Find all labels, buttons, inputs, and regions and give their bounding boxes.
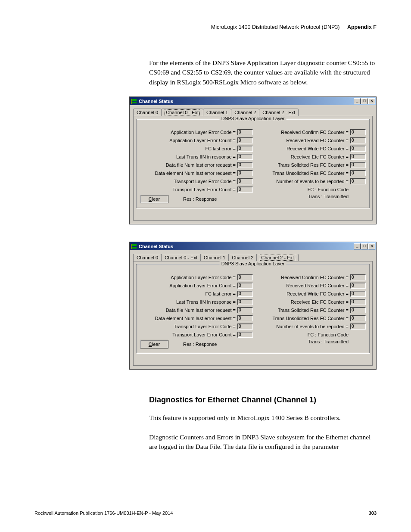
tab-channel-2-ext[interactable]: Channel 2 - Ext (256, 254, 299, 261)
field-label: Data file Num last error request = (166, 308, 236, 313)
field-value: 0 (237, 315, 253, 321)
legend-fc: FC : Function Code (308, 187, 349, 192)
field-value: 0 (350, 315, 366, 321)
svg-rect-5 (131, 244, 132, 249)
tab-channel-2[interactable]: Channel 2 (231, 109, 259, 116)
field-value: 0 (350, 274, 366, 280)
field-row: Application Layer Error Code =0 (140, 129, 253, 136)
field-label: Application Layer Error Code = (171, 275, 236, 280)
field-value: 0 (237, 137, 253, 143)
dialog-title: Channel Status (139, 99, 354, 104)
svg-rect-2 (131, 99, 132, 104)
field-value: 0 (237, 154, 253, 160)
field-value: 0 (350, 307, 366, 313)
tab-channel-0[interactable]: Channel 0 (133, 254, 162, 261)
left-column: Application Layer Error Code =0Applicati… (140, 274, 253, 348)
tabs-row: Channel 0 Channel 0 - Ext Channel 1 Chan… (130, 105, 376, 116)
field-value: 0 (350, 154, 366, 160)
tab-channel-2-ext[interactable]: Channel 2 - Ext (259, 109, 299, 116)
app-icon (131, 98, 137, 104)
field-value: 0 (350, 324, 366, 330)
field-row: Received Etc FC Counter =0 (253, 299, 366, 305)
field-label: Transport Layer Error Code = (174, 179, 236, 184)
field-label: Data element Num last error request = (155, 171, 236, 176)
tab-channel-0-ext[interactable]: Channel 0 - Ext (161, 254, 201, 261)
right-column: Received Confirm FC Counter =0Received R… (253, 129, 366, 203)
field-value: 0 (350, 129, 366, 135)
field-value: 0 (350, 299, 366, 305)
doc-title: MicroLogix 1400 Distributed Network Prot… (211, 24, 340, 30)
field-row: Number of events to be reported =0 (253, 323, 366, 330)
intro-paragraph: For the elements of the DNP3 Slave Appli… (149, 58, 377, 87)
legend-res: Res : Response (183, 342, 217, 347)
field-row: Number of events to be reported =0 (253, 178, 366, 185)
tab-panel: DNP3 Slave Application Layer Application… (133, 116, 373, 221)
right-column: Received Confirm FC Counter =0Received R… (253, 274, 366, 348)
close-button[interactable]: × (368, 243, 375, 249)
field-row: FC last error =0 (140, 145, 253, 152)
legend-trans: Trans : Transmitted (308, 194, 349, 199)
minimize-button[interactable]: _ (354, 243, 361, 249)
field-label: Received Read FC Counter = (286, 138, 349, 143)
field-value: 0 (237, 187, 253, 193)
tab-channel-0[interactable]: Channel 0 (133, 109, 162, 116)
maximize-button[interactable]: □ (361, 243, 368, 249)
maximize-button[interactable]: □ (361, 98, 368, 104)
field-label: Trans Unsolicited Res FC Counter = (272, 171, 349, 176)
close-button[interactable]: × (368, 98, 375, 104)
field-label: Received Write FC Counter = (286, 146, 349, 151)
legend-fc: FC : Function Code (308, 332, 349, 337)
field-label: Application Layer Error Count = (169, 283, 236, 288)
field-label: Application Layer Error Code = (171, 130, 236, 135)
field-value: 0 (350, 146, 366, 152)
appendix-label: Appendix F (347, 24, 377, 30)
field-value: 0 (350, 291, 366, 297)
tab-channel-1[interactable]: Channel 1 (203, 109, 231, 116)
field-value: 0 (237, 162, 253, 168)
tab-channel-1[interactable]: Channel 1 (200, 254, 229, 261)
field-value: 0 (237, 274, 253, 280)
field-value: 0 (350, 170, 366, 176)
field-label: Transport Layer Error Code = (174, 324, 236, 329)
field-row: Trans Solicited Res FC Counter =0 (253, 307, 366, 314)
field-row: Transport Layer Error Code =0 (140, 323, 253, 330)
field-value: 0 (237, 307, 253, 313)
tabs-row: Channel 0 Channel 0 - Ext Channel 1 Chan… (130, 250, 376, 261)
titlebar[interactable]: Channel Status _ □ × (130, 97, 376, 105)
clear-button[interactable]: Clear (140, 340, 168, 348)
field-row: Received Etc FC Counter =0 (253, 153, 366, 160)
tab-channel-0-ext[interactable]: Channel 0 - Ext (161, 109, 203, 116)
channel-status-dialog-2: Channel Status _ □ × Channel 0 Channel 0… (129, 242, 377, 370)
field-value: 0 (237, 299, 253, 305)
field-row: Received Confirm FC Counter =0 (253, 274, 366, 281)
field-label: Number of events to be reported = (276, 324, 349, 329)
minimize-button[interactable]: _ (354, 98, 361, 104)
field-row: Received Write FC Counter =0 (253, 145, 366, 152)
page-header: MicroLogix 1400 Distributed Network Prot… (34, 24, 377, 33)
field-value: 0 (350, 137, 366, 143)
left-column: Application Layer Error Code =0Applicati… (140, 129, 253, 203)
channel-status-dialog-1: Channel Status _ □ × Channel 0 Channel 0… (129, 96, 377, 224)
field-row: Received Read FC Counter =0 (253, 137, 366, 144)
field-row: Transport Layer Error Count =0 (140, 186, 253, 193)
field-label: Received Etc FC Counter = (291, 154, 349, 159)
field-label: Data file Num last error request = (166, 162, 236, 168)
field-row: Transport Layer Error Code =0 (140, 178, 253, 185)
field-label: Application Layer Error Count = (169, 138, 236, 143)
tab-panel: DNP3 Slave Application Layer Application… (133, 261, 373, 366)
field-row: Data file Num last error request =0 (140, 307, 253, 314)
page-footer: Rockwell Automation Publication 1766-UM0… (34, 510, 377, 516)
legend-trans: Trans : Transmitted (308, 339, 349, 344)
para-2: This feature is supported only in MicroL… (149, 413, 377, 423)
legend-res: Res : Response (183, 196, 217, 202)
field-value: 0 (237, 170, 253, 176)
clear-button[interactable]: Clear (140, 195, 168, 203)
field-row: Trans Unsolicited Res FC Counter =0 (253, 315, 366, 322)
tab-channel-2[interactable]: Channel 2 (228, 254, 257, 261)
field-value: 0 (350, 178, 366, 184)
field-value: 0 (237, 283, 253, 289)
field-value: 0 (237, 324, 253, 330)
titlebar[interactable]: Channel Status _ □ × (130, 242, 376, 250)
field-row: Received Read FC Counter =0 (253, 282, 366, 289)
page-number: 303 (369, 510, 377, 516)
